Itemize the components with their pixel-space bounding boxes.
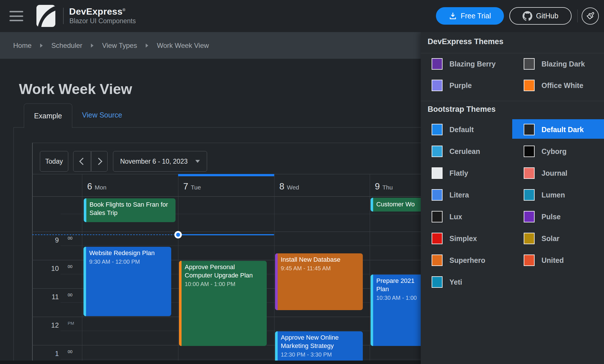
theme-option-office-white[interactable]: Office White — [524, 80, 583, 91]
theme-panel: DevExpress Themes Bootstrap Themes Blazi… — [421, 32, 604, 364]
today-button[interactable]: Today — [40, 151, 68, 172]
theme-option-default-dark[interactable]: Default Dark — [524, 124, 584, 135]
hour-suffix-label: 00 — [68, 349, 73, 354]
github-icon — [523, 11, 532, 21]
theme-option-label: Blazing Dark — [541, 60, 585, 68]
tab-view-source[interactable]: View Source — [82, 111, 122, 119]
theme-swatch-icon — [524, 58, 535, 70]
bootstrap-themes-header: Bootstrap Themes — [428, 105, 496, 114]
theme-swatch-icon — [524, 189, 535, 201]
chevron-left-icon — [79, 158, 86, 165]
theme-swatch-icon — [432, 189, 443, 201]
theme-option-purple[interactable]: Purple — [432, 80, 472, 91]
top-bar: DevExpress® Blazor UI Components Free Tr… — [0, 0, 604, 32]
page-title: Work Week View — [19, 81, 132, 97]
theme-swatch-icon — [432, 167, 443, 179]
theme-option-label: Simplex — [449, 234, 477, 243]
theme-option-solar[interactable]: Solar — [524, 233, 560, 244]
tab-example[interactable]: Example — [24, 103, 72, 128]
day-header-tue[interactable]: 7 Tue — [178, 174, 274, 196]
hour-label: 1 — [32, 350, 59, 358]
brand-name: DevExpress® — [69, 6, 125, 17]
day-header-wed[interactable]: 8 Wed — [274, 174, 370, 196]
scrollbar-track[interactable] — [0, 361, 421, 364]
chevron-right-icon — [95, 158, 102, 165]
current-time-line-dashed — [32, 234, 178, 235]
event-approve-marketing[interactable]: Approve New Online Marketing Strategy 12… — [275, 331, 363, 364]
free-trial-label: Free Trial — [461, 12, 491, 20]
theme-option-blazing-dark[interactable]: Blazing Dark — [524, 58, 585, 70]
theme-picker-button[interactable] — [582, 7, 599, 25]
theme-option-label: Default — [449, 126, 474, 134]
theme-swatch-icon — [524, 146, 535, 157]
theme-swatch-icon — [524, 80, 535, 91]
gridline — [32, 232, 421, 232]
hamburger-menu-icon[interactable] — [9, 11, 23, 21]
theme-option-litera[interactable]: Litera — [432, 189, 469, 201]
app-window: DevExpress® Blazor UI Components Free Tr… — [0, 0, 604, 364]
theme-option-united[interactable]: United — [524, 255, 564, 266]
theme-swatch-icon — [524, 124, 535, 135]
theme-option-label: Purple — [449, 81, 472, 90]
theme-option-lux[interactable]: Lux — [432, 211, 462, 222]
theme-option-cerulean[interactable]: Cerulean — [432, 146, 480, 157]
gridline — [370, 174, 370, 361]
theme-option-default[interactable]: Default — [432, 124, 474, 135]
scheduler-border — [32, 143, 421, 143]
theme-option-label: Litera — [449, 191, 469, 199]
breadcrumb-separator-icon — [91, 44, 93, 48]
theme-option-journal[interactable]: Journal — [524, 167, 567, 179]
devexpress-logo-icon[interactable] — [36, 5, 55, 27]
breadcrumb-home[interactable]: Home — [13, 42, 32, 50]
event-approve-upgrade[interactable]: Approve Personal Computer Upgrade Plan 1… — [179, 261, 267, 346]
theme-option-lumen[interactable]: Lumen — [524, 189, 565, 201]
breadcrumb-separator-icon — [146, 44, 148, 48]
date-range-selector[interactable]: November 6 - 10, 2023 — [113, 151, 207, 172]
day-header-thu[interactable]: 9 Thu — [370, 174, 421, 196]
theme-option-pulse[interactable]: Pulse — [524, 211, 561, 222]
theme-option-superhero[interactable]: Superhero — [432, 255, 485, 266]
theme-option-label: Cerulean — [449, 147, 480, 156]
date-range-label: November 6 - 10, 2023 — [120, 158, 188, 165]
brand-divider — [63, 8, 64, 24]
devexpress-themes-header: DevExpress Themes — [428, 37, 503, 46]
topbar-divider — [577, 9, 578, 22]
theme-option-label: Superhero — [449, 256, 485, 265]
event-customer-workshop[interactable]: Customer Wo — [371, 198, 424, 212]
theme-option-yeti[interactable]: Yeti — [432, 276, 462, 288]
theme-swatch-icon — [432, 255, 443, 266]
prev-week-button[interactable] — [73, 151, 91, 172]
breadcrumb-scheduler[interactable]: Scheduler — [51, 42, 82, 50]
theme-option-label: Solar — [541, 234, 560, 243]
event-website-redesign[interactable]: Website Redesign Plan 9:30 AM - 12:00 PM — [83, 247, 171, 316]
gridline — [61, 359, 421, 359]
github-button[interactable]: GitHub — [509, 7, 572, 25]
hour-suffix-label: PM — [68, 321, 74, 326]
theme-swatch-icon — [524, 255, 535, 266]
paintbrush-icon — [586, 12, 595, 20]
hour-suffix-label: 00 — [68, 292, 73, 297]
brand-subtitle: Blazor UI Components — [69, 17, 136, 25]
theme-swatch-icon — [432, 58, 443, 70]
hour-suffix-label: 00 — [68, 264, 73, 269]
event-install-database[interactable]: Install New Database 9:45 AM - 11:45 AM — [275, 253, 363, 310]
gridline — [61, 246, 421, 246]
breadcrumb-view-types[interactable]: View Types — [102, 42, 137, 50]
theme-option-label: Journal — [541, 169, 567, 177]
card-border — [13, 127, 14, 361]
breadcrumb-separator-icon — [40, 44, 43, 48]
breadcrumb-current: Work Week View — [157, 42, 209, 50]
theme-option-blazing-berry[interactable]: Blazing Berry — [432, 58, 496, 70]
event-book-flights[interactable]: Book Flights to San Fran for Sales Trip — [84, 198, 176, 222]
theme-option-label: Lux — [449, 213, 462, 221]
free-trial-button[interactable]: Free Trial — [436, 7, 504, 25]
event-prepare-plan[interactable]: Prepare 2021 Plan 10:30 AM - 1:00 — [371, 275, 424, 346]
theme-swatch-icon — [524, 211, 535, 222]
download-icon — [449, 12, 457, 20]
day-header-mon[interactable]: 6 Mon — [82, 174, 178, 196]
theme-option-simplex[interactable]: Simplex — [432, 233, 477, 244]
registered-mark: ® — [122, 8, 125, 12]
theme-option-flatly[interactable]: Flatly — [432, 167, 468, 179]
next-week-button[interactable] — [91, 151, 108, 172]
theme-option-cyborg[interactable]: Cyborg — [524, 146, 567, 157]
